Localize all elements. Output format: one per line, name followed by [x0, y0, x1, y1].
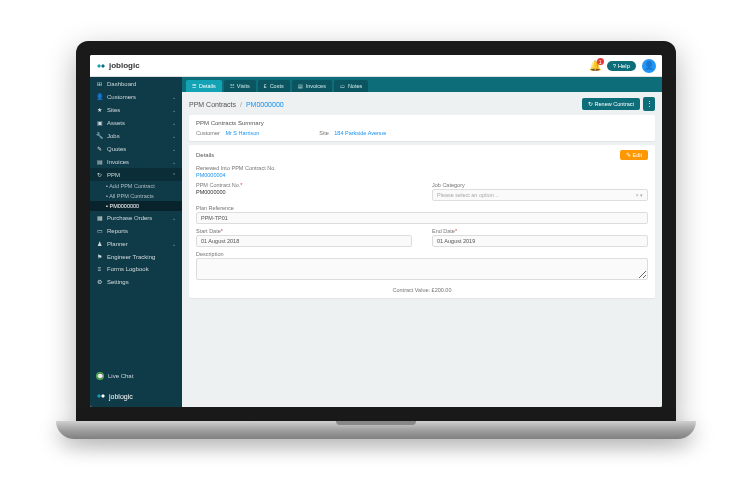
details-card: Details ✎ Edit Renewed Into PPM Contract…: [189, 145, 655, 298]
logo-icon: [96, 391, 106, 401]
tab-details[interactable]: ☰Details: [186, 80, 222, 92]
chevron-down-icon: ⌄: [172, 241, 176, 247]
plan-ref-input[interactable]: [196, 212, 648, 224]
user-avatar[interactable]: 👤: [642, 59, 656, 73]
main-content: ☰Details ☷Visits £Costs ▤Invoices ▭Notes…: [182, 77, 662, 407]
sidebar-item-engineer-tracking[interactable]: ⚑Engineer Tracking: [90, 250, 182, 263]
sidebar-item-dashboard[interactable]: ⊞Dashboard: [90, 77, 182, 90]
forms-icon: ≡: [96, 266, 103, 272]
chevron-down-icon: × ▾: [636, 192, 643, 198]
jobs-icon: 🔧: [96, 132, 103, 139]
tab-invoices[interactable]: ▤Invoices: [292, 80, 332, 92]
sidebar-item-label: Customers: [107, 94, 136, 100]
sidebar-item-assets[interactable]: ▣Assets⌄: [90, 116, 182, 129]
sidebar-item-jobs[interactable]: 🔧Jobs⌄: [90, 129, 182, 142]
job-category-select[interactable]: Please select an option... × ▾: [432, 189, 648, 201]
sidebar-item-reports[interactable]: ▭Reports: [90, 224, 182, 237]
brand-name: joblogic: [109, 61, 140, 70]
user-icon: 👤: [644, 61, 654, 70]
notes-icon: ▭: [340, 83, 345, 89]
sidebar-item-label: Settings: [107, 279, 129, 285]
breadcrumb-root[interactable]: PPM Contracts: [189, 101, 236, 108]
more-icon: ⋮: [646, 100, 653, 108]
breadcrumb-separator: /: [240, 101, 242, 108]
sidebar-item-label: Assets: [107, 120, 125, 126]
customers-icon: 👤: [96, 93, 103, 100]
sidebar-item-label: Engineer Tracking: [107, 254, 155, 260]
sidebar-item-customers[interactable]: 👤Customers⌄: [90, 90, 182, 103]
help-label: ? Help: [613, 63, 630, 69]
contract-value: Contract Value: £200.00: [196, 287, 648, 293]
brand-logo[interactable]: joblogic: [96, 61, 140, 71]
job-category-label: Job Category: [432, 182, 648, 188]
end-date-input[interactable]: [432, 235, 648, 247]
live-chat-button[interactable]: 💬 Live Chat: [90, 367, 182, 385]
sidebar-item-label: Planner: [107, 241, 128, 247]
start-date-input[interactable]: [196, 235, 412, 247]
sidebar-item-label: Reports: [107, 228, 128, 234]
assets-icon: ▣: [96, 119, 103, 126]
sidebar-item-label: Dashboard: [107, 81, 136, 87]
chat-icon: 💬: [96, 372, 104, 380]
settings-icon: ⚙: [96, 278, 103, 285]
chevron-down-icon: ⌄: [172, 146, 176, 152]
site-link[interactable]: 184 Parkside Avenue: [334, 130, 386, 136]
tab-costs[interactable]: £Costs: [258, 80, 290, 92]
chevron-down-icon: ⌄: [172, 159, 176, 165]
notification-badge: 1: [597, 58, 604, 65]
sidebar-item-invoices[interactable]: ▤Invoices⌄: [90, 155, 182, 168]
sidebar-item-ppm[interactable]: ↻PPM⌃: [90, 168, 182, 181]
sidebar-item-label: Quotes: [107, 146, 126, 152]
sidebar-item-forms-logbook[interactable]: ≡Forms Logbook: [90, 263, 182, 275]
summary-title: PPM Contracts Summary: [196, 120, 648, 126]
details-title: Details: [196, 152, 214, 158]
sidebar-item-label: Jobs: [107, 133, 120, 139]
description-label: Description: [196, 251, 648, 257]
contract-no-label: PPM Contract No.*: [196, 182, 412, 188]
description-textarea[interactable]: [196, 258, 648, 280]
tab-label: Costs: [270, 83, 284, 89]
chevron-down-icon: ⌄: [172, 107, 176, 113]
quotes-icon: ✎: [96, 145, 103, 152]
notification-bell-icon[interactable]: 🔔 1: [589, 60, 601, 71]
sidebar-item-label: Invoices: [107, 159, 129, 165]
tracking-icon: ⚑: [96, 253, 103, 260]
more-actions-button[interactable]: ⋮: [643, 97, 655, 111]
edit-button[interactable]: ✎ Edit: [620, 150, 648, 160]
sidebar-sub-all-ppm[interactable]: All PPM Contracts: [90, 191, 182, 201]
summary-card: PPM Contracts Summary Customer Mr S Harr…: [189, 115, 655, 141]
select-placeholder: Please select an option...: [437, 192, 498, 198]
chevron-down-icon: ⌄: [172, 215, 176, 221]
tab-visits[interactable]: ☷Visits: [224, 80, 256, 92]
sidebar-item-label: Sites: [107, 107, 120, 113]
chevron-down-icon: ⌄: [172, 94, 176, 100]
tab-label: Notes: [348, 83, 362, 89]
planner-icon: ♟: [96, 240, 103, 247]
top-bar: joblogic 🔔 1 ? Help 👤: [90, 55, 662, 77]
edit-label: ✎ Edit: [626, 152, 642, 158]
end-date-label: End Date*: [432, 228, 648, 234]
customer-link[interactable]: Mr S Harrison: [225, 130, 259, 136]
sidebar-item-purchase-orders[interactable]: ▦Purchase Orders⌄: [90, 211, 182, 224]
sidebar-brand: joblogic: [90, 385, 182, 407]
tab-notes[interactable]: ▭Notes: [334, 80, 368, 92]
renewed-into-link[interactable]: PM0000004: [196, 172, 226, 178]
visits-icon: ☷: [230, 83, 234, 89]
start-date-label: Start Date*: [196, 228, 412, 234]
sidebar-item-settings[interactable]: ⚙Settings: [90, 275, 182, 288]
sidebar-item-label: Forms Logbook: [107, 266, 149, 272]
chevron-down-icon: ⌄: [172, 120, 176, 126]
sidebar-item-quotes[interactable]: ✎Quotes⌄: [90, 142, 182, 155]
sidebar-item-sites[interactable]: ★Sites⌄: [90, 103, 182, 116]
contract-no-value: PM0000000: [196, 189, 226, 195]
help-button[interactable]: ? Help: [607, 61, 636, 71]
sidebar-sub-current-ppm[interactable]: PM0000000: [90, 201, 182, 211]
sidebar-item-planner[interactable]: ♟Planner⌄: [90, 237, 182, 250]
invoices-icon: ▤: [298, 83, 303, 89]
tab-bar: ☰Details ☷Visits £Costs ▤Invoices ▭Notes: [182, 77, 662, 92]
renew-contract-button[interactable]: ↻ Renew Contract: [582, 98, 640, 110]
sidebar-item-label: Purchase Orders: [107, 215, 152, 221]
sidebar-sub-add-ppm[interactable]: Add PPM Contract: [90, 181, 182, 191]
site-label: Site: [319, 130, 328, 136]
brand-name: joblogic: [109, 393, 133, 400]
